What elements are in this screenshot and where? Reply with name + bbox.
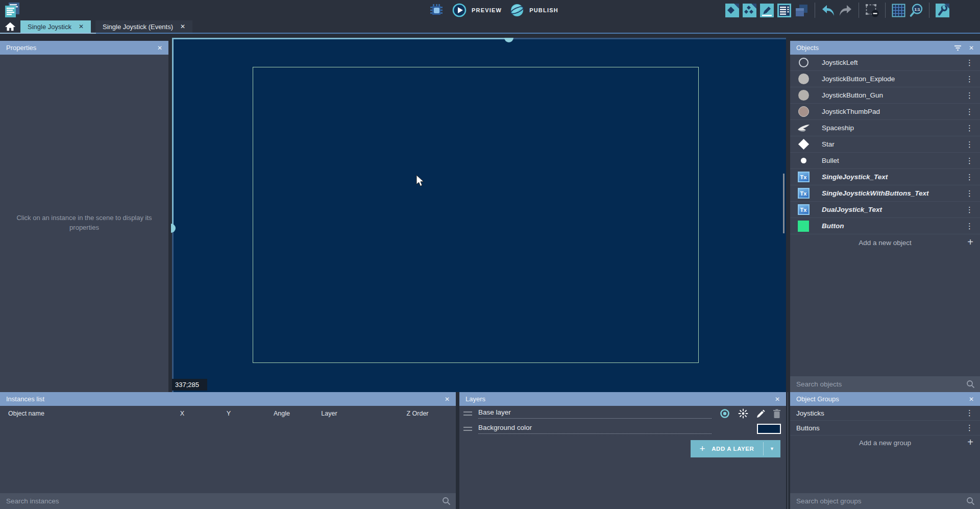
object-row[interactable]: Bullet ⋮ <box>790 153 980 169</box>
object-menu-button[interactable]: ⋮ <box>964 222 975 231</box>
search-object-groups-input[interactable] <box>796 497 966 505</box>
group-menu-button[interactable]: ⋮ <box>964 408 975 418</box>
horizontal-scrollbar-thumb[interactable] <box>504 38 513 42</box>
scene-editor-canvas[interactable]: 337;285 <box>172 38 786 392</box>
layer-row-background-color[interactable]: Background color <box>459 421 786 437</box>
visibility-eye-icon[interactable] <box>719 409 731 418</box>
grid-button[interactable] <box>892 4 905 17</box>
home-tab[interactable] <box>0 20 20 33</box>
add-layer-button[interactable]: + ADD A LAYER ▼ <box>691 440 780 457</box>
object-menu-button[interactable]: ⋮ <box>964 124 975 133</box>
layer-row-base[interactable]: Base layer <box>459 406 786 421</box>
edit-layer-pencil-icon[interactable] <box>756 409 766 419</box>
close-panel-icon[interactable]: ✕ <box>445 396 450 403</box>
project-manager-button[interactable] <box>3 2 21 19</box>
tab-single-joystick-events[interactable]: Single Joystick (Events) ✕ <box>95 20 192 33</box>
object-menu-button[interactable]: ⋮ <box>964 205 975 214</box>
layer-name-field[interactable]: Background color <box>478 424 712 434</box>
object-menu-button[interactable]: ⋮ <box>964 189 975 198</box>
grid-icon <box>892 4 905 17</box>
bullet-dot-icon <box>796 158 811 163</box>
search-objects-input[interactable] <box>796 380 966 388</box>
object-menu-button[interactable]: ⋮ <box>964 107 975 116</box>
tabbar-underline <box>0 33 980 34</box>
add-object-icon <box>725 4 739 17</box>
zoom-original-button[interactable]: 1:1 <box>909 4 923 17</box>
object-row[interactable]: Button ⋮ <box>790 218 980 234</box>
panel-title: Instances list <box>6 395 44 403</box>
object-row[interactable]: JoystickLeft ⋮ <box>790 55 980 71</box>
object-row[interactable]: Tx SingleJoystickWithButtons_Text ⋮ <box>790 185 980 202</box>
group-menu-button[interactable]: ⋮ <box>964 423 975 432</box>
object-menu-button[interactable]: ⋮ <box>964 75 975 84</box>
layer-effects-icon[interactable] <box>738 408 748 419</box>
horizontal-scrollbar-track[interactable] <box>509 38 786 39</box>
close-panel-icon[interactable]: ✕ <box>969 44 974 52</box>
scene-properties-button[interactable] <box>760 4 774 17</box>
object-row[interactable]: Tx SingleJoystick_Text ⋮ <box>790 169 980 185</box>
panel-title: Object Groups <box>796 395 839 403</box>
close-tab-icon[interactable]: ✕ <box>180 23 185 30</box>
add-object-button[interactable] <box>725 4 739 17</box>
edit-pencil-icon <box>760 4 774 17</box>
tab-label: Single Joystick (Events) <box>103 23 173 31</box>
layer-name-field[interactable]: Base layer <box>478 408 712 419</box>
instances-list-button[interactable] <box>777 4 791 17</box>
background-color-swatch[interactable] <box>757 424 781 434</box>
search-icon <box>966 380 975 389</box>
vertical-scrollbar-track[interactable] <box>172 228 174 392</box>
close-panel-icon[interactable]: ✕ <box>775 396 780 403</box>
filter-objects-icon[interactable] <box>954 44 962 51</box>
toolbar-right-group: 1:1 <box>725 0 949 20</box>
close-panel-icon[interactable]: ✕ <box>969 396 974 403</box>
play-icon <box>452 3 467 17</box>
publish-button[interactable]: PUBLISH <box>510 3 558 17</box>
object-menu-button[interactable]: ⋮ <box>964 58 975 67</box>
debug-icon <box>429 3 444 18</box>
column-layer: Layer <box>321 410 337 417</box>
properties-panel-header: Properties ✕ <box>0 41 168 55</box>
object-row[interactable]: Spaceship ⋮ <box>790 120 980 136</box>
search-instances-input[interactable] <box>6 497 442 505</box>
object-menu-button[interactable]: ⋮ <box>964 156 975 165</box>
group-row[interactable]: Buttons ⋮ <box>790 421 980 435</box>
add-layer-main[interactable]: + ADD A LAYER <box>691 440 763 457</box>
vertical-scrollbar-track[interactable] <box>172 38 174 228</box>
object-menu-button[interactable]: ⋮ <box>964 91 975 100</box>
add-layer-dropdown[interactable]: ▼ <box>764 440 780 457</box>
plus-icon[interactable]: + <box>967 437 973 448</box>
object-groups-panel: Object Groups ✕ Joysticks ⋮ Buttons ⋮ Ad… <box>790 392 980 509</box>
layers-button[interactable] <box>795 4 808 17</box>
delete-layer-trash-icon[interactable] <box>773 409 781 419</box>
setup-button[interactable] <box>936 4 949 17</box>
add-group-row[interactable]: Add a new group + <box>790 435 980 450</box>
drag-handle-icon[interactable] <box>463 411 472 416</box>
objects-panel-scrollbar-thumb[interactable] <box>783 174 785 233</box>
object-groups-button[interactable] <box>743 4 756 17</box>
debug-button[interactable] <box>429 3 444 18</box>
object-row[interactable]: JoystickButton_Gun ⋮ <box>790 87 980 104</box>
object-row[interactable]: JoystickButton_Explode ⋮ <box>790 71 980 87</box>
close-tab-icon[interactable]: ✕ <box>79 23 84 30</box>
tab-label: Single Joystick <box>28 23 71 31</box>
group-row[interactable]: Joysticks ⋮ <box>790 406 980 421</box>
object-row[interactable]: JoystickThumbPad ⋮ <box>790 104 980 120</box>
horizontal-scrollbar-track[interactable] <box>172 38 509 39</box>
object-menu-button[interactable]: ⋮ <box>964 173 975 182</box>
object-row[interactable]: Tx DualJoystick_Text ⋮ <box>790 202 980 218</box>
plus-icon[interactable]: + <box>967 236 973 248</box>
object-menu-button[interactable]: ⋮ <box>964 140 975 149</box>
preview-button[interactable]: PREVIEW <box>452 3 502 17</box>
spaceship-icon <box>796 124 811 132</box>
tab-single-joystick[interactable]: Single Joystick ✕ <box>20 20 91 33</box>
drag-handle-icon[interactable] <box>463 427 472 431</box>
column-y: Y <box>227 410 231 417</box>
vertical-scrollbar-thumb[interactable] <box>171 224 176 233</box>
game-window-frame <box>253 67 699 363</box>
redo-button[interactable] <box>839 4 852 17</box>
close-panel-icon[interactable]: ✕ <box>157 44 162 52</box>
add-object-row[interactable]: Add a new object + <box>790 234 980 251</box>
delete-selection-button[interactable] <box>865 4 879 17</box>
undo-button[interactable] <box>821 4 835 17</box>
object-row[interactable]: Star ⋮ <box>790 136 980 153</box>
